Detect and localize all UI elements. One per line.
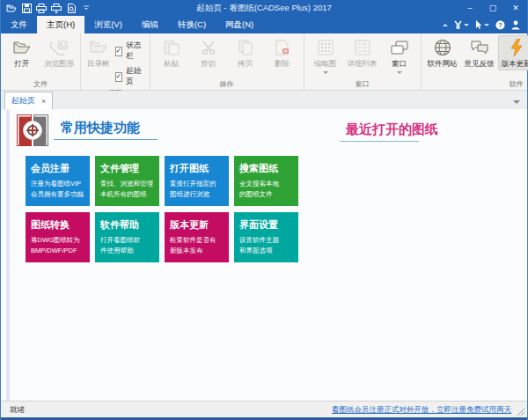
tab-list-dropdown-icon[interactable] (513, 100, 520, 104)
speech-bubbles-icon (470, 38, 489, 57)
tile-interface-settings[interactable]: 界面设置 设置软件主题 和界面选项 (234, 212, 298, 262)
tools-wrench-icon[interactable] (454, 20, 469, 30)
ribbon-group-software: 软件网站 意见反馈 版本更新 ? (422, 33, 528, 90)
heading-underline (340, 141, 419, 142)
menu-convert[interactable]: 转换(C) (168, 16, 216, 33)
close-button[interactable]: ✕ (504, 0, 527, 16)
browse-graphics-button[interactable]: 浏览图形 (40, 35, 77, 70)
tile-version-update[interactable]: 版本更新 检查软件是否有 新版本发布 (165, 212, 229, 262)
print-icon[interactable] (36, 3, 47, 13)
windows-icon (390, 38, 409, 57)
menu-file[interactable]: 文件 (1, 16, 37, 33)
heading-underline (54, 139, 158, 140)
thumbnail-view-button[interactable]: 缩略图 (307, 35, 344, 75)
quick-functions-heading: 常用快捷功能 (61, 120, 140, 136)
chevron-down-icon (397, 71, 402, 74)
copy-icon (237, 38, 254, 57)
quick-function-tiles: 会员注册 注册为看图纸VIP 会员拥有更多功能 文件管理 查找、浏览和管理 本机… (26, 156, 298, 262)
detail-list-button[interactable]: 详细列表 (344, 35, 381, 70)
feedback-button[interactable]: 意见反馈 (461, 35, 498, 70)
checkbox-checked-icon: ✓ (115, 72, 123, 82)
startpage-checkbox-label: 起始页 (126, 66, 143, 87)
paste-button[interactable]: 粘贴 (153, 35, 190, 70)
detail-list-icon (355, 38, 370, 57)
window-menu-button[interactable]: 窗口 (381, 35, 418, 75)
paste-icon (163, 38, 180, 57)
globe-icon (434, 38, 451, 57)
menubar-right-tools: ? (443, 16, 527, 33)
open-folder-icon (12, 38, 32, 57)
software-website-button[interactable]: 软件网站 (424, 35, 461, 70)
ribbon-group-file: 打开 浏览图形 文件 (1, 33, 81, 90)
status-bar: 就绪 看图纸会员注册正式对外开放，立即注册免费试用两天 (1, 401, 527, 418)
member-register-promo-link[interactable]: 看图纸会员注册正式对外开放，立即注册免费试用两天 (332, 405, 527, 416)
ribbon-group-label-operations: 操作 (153, 78, 301, 90)
copy-button[interactable]: 拷贝 (227, 35, 264, 70)
ribbon-tab-bar: 文件 主页(H) 浏览(V) 编辑 转换(C) 网盘(N) ? (1, 16, 527, 33)
ribbon-group-label-file: 文件 (4, 78, 77, 90)
cut-button[interactable]: 剪切 (190, 35, 227, 70)
title-bar: 起始页 - 看图纸(CADSee Plus) 2017 – ▢ ✕ (1, 0, 527, 16)
ribbon: 打开 浏览图形 文件 目录树 (1, 33, 527, 91)
tile-software-help[interactable]: 软件帮助 打开看图纸软 件使用帮助 (95, 212, 159, 262)
startpage-checkbox[interactable]: ✓ 起始页 (115, 66, 143, 87)
tab-close-icon[interactable]: × (41, 97, 46, 106)
tile-drawing-convert[interactable]: 图纸转换 将DWG图纸转为 BMP/DWF/PDF (26, 212, 90, 262)
view-checkboxes: ✓ 状态栏 ✓ 起始页 (114, 35, 147, 87)
cadsee-logo (17, 114, 48, 146)
directory-tree-icon (89, 38, 108, 57)
document-tab-strip: 起始页 × (1, 91, 527, 110)
tile-file-manage[interactable]: 文件管理 查找、浏览和管理 本机所有的图纸 (95, 156, 159, 206)
collapse-ribbon-icon[interactable] (443, 24, 448, 26)
minimize-button[interactable]: – (458, 0, 481, 16)
checkbox-checked-icon: ✓ (115, 47, 123, 56)
browse-graphics-icon (49, 38, 69, 57)
menu-netdisk[interactable]: 网盘(N) (216, 16, 263, 33)
help-icon[interactable]: ? (495, 20, 505, 30)
delete-button[interactable]: 删除 (264, 35, 301, 70)
ribbon-group-label-software: 软件 (424, 78, 528, 90)
tile-search-drawing[interactable]: 搜索图纸 全文搜索本地 的图纸文件 (234, 156, 298, 206)
menu-view[interactable]: 浏览(V) (84, 16, 132, 33)
left-panel-strip (6, 109, 10, 401)
svg-text:?: ? (498, 21, 502, 29)
tile-member-register[interactable]: 会员注册 注册为看图纸VIP 会员拥有更多功能 (26, 156, 90, 206)
thumbnail-grid-icon (318, 38, 334, 57)
user-account-icon[interactable] (511, 20, 520, 30)
tab-label: 起始页 (11, 95, 35, 107)
open-file-icon[interactable] (6, 3, 17, 13)
delete-icon (274, 38, 291, 57)
app-window: 起始页 - 看图纸(CADSee Plus) 2017 – ▢ ✕ 文件 主页(… (0, 0, 528, 420)
save-icon[interactable] (21, 3, 32, 13)
qat-customize-icon[interactable] (81, 3, 92, 13)
statusbar-checkbox-label: 状态栏 (126, 41, 143, 62)
lightning-bolt-icon (510, 38, 524, 57)
quick-print-icon[interactable] (51, 3, 62, 13)
cursor-mode-icon[interactable] (475, 20, 489, 30)
open-button[interactable]: 打开 (4, 35, 40, 70)
ribbon-group-view: 目录树 ✓ 状态栏 ✓ 起始页 视图 (81, 33, 150, 90)
statusbar-checkbox[interactable]: ✓ 状态栏 (115, 41, 143, 62)
version-update-button[interactable]: 版本更新 (498, 35, 528, 70)
status-ready-text: 就绪 (1, 405, 25, 416)
tile-open-drawing[interactable]: 打开图纸 直接打开指定的 图纸进行浏览 (165, 156, 229, 206)
ribbon-group-operations: 粘贴 剪切 拷贝 删除 (150, 33, 304, 90)
start-page: 常用快捷功能 最近打开的图纸 会员注册 注册为看图纸VIP 会员拥有更多功能 文… (1, 109, 527, 401)
chevron-down-icon (323, 71, 328, 74)
quick-access-toolbar (1, 3, 92, 13)
directory-tree-button[interactable]: 目录树 (84, 35, 114, 70)
window-controls: – ▢ ✕ (458, 0, 527, 16)
menu-home[interactable]: 主页(H) (37, 16, 84, 33)
scissors-icon (200, 38, 217, 57)
menu-edit[interactable]: 编辑 (132, 16, 168, 33)
tab-start-page[interactable]: 起始页 × (4, 92, 53, 109)
ribbon-group-window: 缩略图 详细列表 窗口 窗口 (304, 33, 422, 90)
recent-drawings-heading: 最近打开的图纸 (346, 122, 438, 138)
print-preview-icon[interactable] (66, 3, 77, 13)
ribbon-group-label-window: 窗口 (307, 78, 418, 90)
maximize-button[interactable]: ▢ (481, 0, 504, 16)
resize-grip[interactable] (517, 408, 525, 416)
